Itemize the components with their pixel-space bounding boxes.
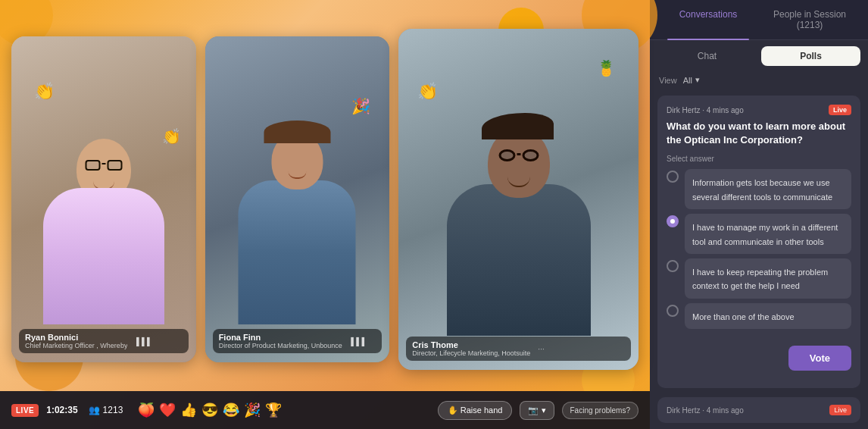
poll-option-3[interactable]: I have to keep repeating the problem con… bbox=[667, 258, 851, 299]
panel-tabs: Conversations People in Session (1213) bbox=[650, 0, 868, 40]
preview-author: Dirk Hertz · 4 mins ago bbox=[667, 406, 744, 415]
right-panel: Conversations People in Session (1213) C… bbox=[650, 0, 868, 429]
bottom-preview-card: Dirk Hertz · 4 mins ago Live bbox=[657, 397, 860, 423]
emoji-reactions-bar[interactable]: 🍑 ❤️ 👍 😎 😂 🎉 🏆 bbox=[138, 402, 282, 418]
vote-button[interactable]: Vote bbox=[788, 346, 851, 371]
radio-opt3[interactable] bbox=[667, 260, 679, 272]
option-text-3: I have to keep repeating the problem con… bbox=[692, 268, 828, 290]
speaker-name-cris: Cris Thome bbox=[412, 340, 530, 349]
speaker-status-cris: ··· bbox=[538, 345, 544, 353]
sub-tabs: Chat Polls bbox=[650, 40, 868, 72]
poll-author: Dirk Hertz · 4 mins ago bbox=[667, 106, 744, 114]
raise-hand-button[interactable]: ✋ Raise hand bbox=[438, 401, 513, 420]
video-area: 👏 👏 Ryan Bonnici Chief Marketing Officer… bbox=[0, 0, 650, 429]
sound-icon-fiona: ▐▐▐ bbox=[348, 337, 364, 346]
poll-card: Dirk Hertz · 4 mins ago Live What do you… bbox=[657, 96, 860, 388]
view-select-dropdown[interactable]: All ▾ bbox=[683, 75, 700, 85]
speaker-title-ryan: Chief Marketing Officer , Whereby bbox=[25, 342, 127, 349]
reaction-peach[interactable]: 🍑 bbox=[138, 402, 155, 418]
participant-count: 👥 1213 bbox=[89, 405, 123, 415]
name-bar-fiona: Fiona Finn Director of Product Marketing… bbox=[213, 329, 382, 353]
option-text-1: Information gets lost because we use sev… bbox=[692, 178, 832, 201]
radio-opt1[interactable] bbox=[667, 171, 679, 183]
camera-button[interactable]: 📷 ▾ bbox=[520, 401, 554, 420]
video-cards-container: 👏 👏 Ryan Bonnici Chief Marketing Officer… bbox=[11, 15, 639, 384]
video-card-ryan: 👏 👏 Ryan Bonnici Chief Marketing Officer… bbox=[11, 36, 196, 362]
reaction-party[interactable]: 🎉 bbox=[244, 402, 261, 418]
preview-live-label: Live bbox=[829, 405, 851, 415]
option-text-wrap-2: I have to manage my work in a different … bbox=[685, 214, 851, 254]
speaker-title-fiona: Director of Product Marketing, Unbounce bbox=[219, 342, 342, 349]
reaction-thumbs[interactable]: 👍 bbox=[180, 402, 197, 418]
option-text-2: I have to manage my work in a different … bbox=[692, 223, 838, 246]
poll-option-2[interactable]: I have to manage my work in a different … bbox=[667, 214, 851, 254]
poll-question: What do you want to learn more about the… bbox=[667, 120, 851, 147]
view-filter: View All ▾ bbox=[650, 72, 868, 91]
subtab-chat[interactable]: Chat bbox=[657, 46, 757, 66]
speaker-title-cris: Director, Lifecycle Marketing, Hootsuite bbox=[412, 349, 530, 357]
option-text-wrap-1: Information gets lost because we use sev… bbox=[685, 169, 851, 209]
name-bar-cris: Cris Thome Director, Lifecycle Marketing… bbox=[406, 337, 631, 361]
poll-option-4[interactable]: More than one of the above bbox=[667, 303, 851, 329]
reaction-laugh[interactable]: 😂 bbox=[223, 402, 239, 418]
poll-header: Dirk Hertz · 4 mins ago Live bbox=[667, 105, 851, 115]
speaker-name-ryan: Ryan Bonnici bbox=[25, 333, 127, 342]
reaction-heart[interactable]: ❤️ bbox=[159, 402, 176, 418]
select-answer-label: Select answer bbox=[667, 155, 851, 163]
group-icon: 👥 bbox=[89, 405, 100, 415]
option-text-wrap-4: More than one of the above bbox=[685, 303, 851, 329]
video-card-cris: 👏 🍍 Cris Thome Director, Lifecycle Marke… bbox=[398, 29, 639, 370]
speaker-name-fiona: Fiona Finn bbox=[219, 333, 342, 342]
poll-live-indicator: Live bbox=[829, 105, 851, 115]
tab-people-in-session[interactable]: People in Session (1213) bbox=[759, 0, 860, 39]
view-label: View bbox=[659, 76, 677, 85]
timer-display: 1:02:35 bbox=[46, 405, 77, 415]
subtab-polls[interactable]: Polls bbox=[761, 46, 860, 66]
poll-options: Information gets lost because we use sev… bbox=[667, 169, 851, 329]
live-badge: LIVE bbox=[11, 404, 39, 417]
reaction-cool[interactable]: 😎 bbox=[201, 402, 218, 418]
option-text-4: More than one of the above bbox=[692, 312, 795, 321]
poll-option-1[interactable]: Information gets lost because we use sev… bbox=[667, 169, 851, 209]
option-text-wrap-3: I have to keep repeating the problem con… bbox=[685, 258, 851, 299]
radio-opt4[interactable] bbox=[667, 305, 679, 317]
facing-problems-button[interactable]: Facing problems? bbox=[562, 402, 639, 419]
tab-conversations[interactable]: Conversations bbox=[657, 0, 759, 39]
radio-opt2[interactable] bbox=[667, 215, 679, 227]
chevron-down-icon: ▾ bbox=[695, 75, 700, 85]
sound-icon-ryan: ▐▐▐ bbox=[133, 337, 149, 346]
name-bar-ryan: Ryan Bonnici Chief Marketing Officer , W… bbox=[19, 329, 189, 353]
bottom-bar: LIVE 1:02:35 👥 1213 🍑 ❤️ 👍 😎 😂 🎉 🏆 ✋ Rai… bbox=[0, 391, 650, 429]
reaction-trophy[interactable]: 🏆 bbox=[265, 402, 282, 418]
video-card-fiona: 🎉 Fiona Finn Director of Product Marketi… bbox=[205, 36, 390, 362]
